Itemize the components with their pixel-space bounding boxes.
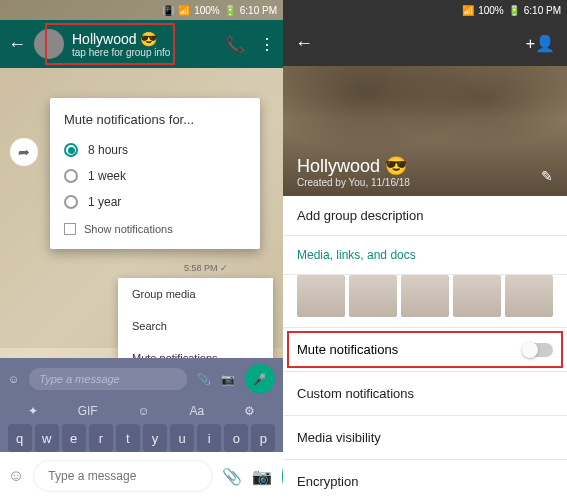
encryption-row[interactable]: Encryption (283, 460, 567, 500)
emoji-icon[interactable]: ☺ (8, 467, 24, 485)
group-cover: Hollywood 😎 Created by You, 11/16/18 ✎ (283, 66, 567, 196)
key-o[interactable]: o (224, 424, 248, 452)
radio-1year[interactable]: 1 year (64, 189, 246, 215)
key-p[interactable]: p (251, 424, 275, 452)
message-timestamp: 5:58 PM ✓ (184, 263, 228, 273)
mic-button[interactable]: 🎤 (245, 364, 275, 394)
radio-8hours[interactable]: 8 hours (64, 137, 246, 163)
status-bar: 📳 📶 100% 🔋 6:10 PM (0, 0, 283, 20)
emoji-picker-icon[interactable]: ☺ (8, 373, 19, 385)
media-thumbnails[interactable] (283, 275, 567, 328)
kb-tab-gif[interactable]: GIF (78, 404, 98, 418)
menu-group-media[interactable]: Group media (118, 278, 273, 310)
highlight-box (45, 23, 175, 65)
attach-icon[interactable]: 📎 (197, 373, 211, 386)
group-info-header: ← +👤 (283, 20, 567, 66)
show-notifications-checkbox[interactable]: Show notifications (64, 215, 246, 235)
key-q[interactable]: q (8, 424, 32, 452)
mute-toggle[interactable] (523, 343, 553, 357)
chat-body: ➦ Mute notifications for... 8 hours 1 we… (0, 68, 283, 348)
kb-tab-text[interactable]: Aa (190, 404, 205, 418)
key-y[interactable]: y (143, 424, 167, 452)
media-thumb[interactable] (297, 275, 345, 317)
mute-dialog: Mute notifications for... 8 hours 1 week… (50, 98, 260, 249)
media-section-label[interactable]: Media, links, and docs (283, 236, 567, 275)
battery-text: 100% (194, 5, 220, 16)
group-created: Created by You, 11/16/18 (297, 177, 553, 188)
message-composer: ☺ 📎 📷 🎤 (0, 452, 283, 500)
signal-icon: 📶 (178, 5, 190, 16)
battery-icon: 🔋 (224, 5, 236, 16)
message-input[interactable] (34, 461, 212, 491)
forward-button[interactable]: ➦ (10, 138, 38, 166)
back-icon[interactable]: ← (295, 33, 313, 54)
media-visibility-row[interactable]: Media visibility (283, 416, 567, 460)
dialog-title: Mute notifications for... (64, 112, 246, 127)
key-u[interactable]: u (170, 424, 194, 452)
signal-icon: 📶 (462, 5, 474, 16)
kb-settings-icon[interactable]: ⚙ (244, 404, 255, 418)
attach-icon[interactable]: 📎 (222, 467, 242, 486)
mute-notifications-row[interactable]: Mute notifications (283, 328, 567, 372)
radio-1week[interactable]: 1 week (64, 163, 246, 189)
camera-icon[interactable]: 📷 (252, 467, 272, 486)
key-i[interactable]: i (197, 424, 221, 452)
status-bar: 📶 100% 🔋 6:10 PM (283, 0, 567, 20)
more-icon[interactable]: ⋮ (259, 35, 275, 54)
media-thumb[interactable] (453, 275, 501, 317)
clock: 6:10 PM (524, 5, 561, 16)
group-name: Hollywood 😎 (297, 155, 553, 177)
key-w[interactable]: w (35, 424, 59, 452)
kb-tab-sticker[interactable]: ☺ (137, 404, 149, 418)
camera-icon[interactable]: 📷 (221, 373, 235, 386)
kb-input-preview: Type a message (29, 368, 187, 390)
key-r[interactable]: r (89, 424, 113, 452)
add-member-icon[interactable]: +👤 (526, 34, 555, 53)
add-description[interactable]: Add group description (283, 196, 567, 236)
chat-header[interactable]: ← Hollywood 😎 tap here for group info 📞 … (0, 20, 283, 68)
media-thumb[interactable] (401, 275, 449, 317)
battery-text: 100% (478, 5, 504, 16)
vibrate-icon: 📳 (162, 5, 174, 16)
key-e[interactable]: e (62, 424, 86, 452)
media-thumb[interactable] (349, 275, 397, 317)
key-t[interactable]: t (116, 424, 140, 452)
keyboard[interactable]: ☺ Type a message 📎 📷 🎤 ✦ GIF ☺ Aa ⚙ q w … (0, 358, 283, 452)
back-icon[interactable]: ← (8, 34, 26, 55)
menu-search[interactable]: Search (118, 310, 273, 342)
kb-tab-emoji[interactable]: ✦ (28, 404, 38, 418)
battery-icon: 🔋 (508, 5, 520, 16)
call-icon[interactable]: 📞 (225, 35, 245, 54)
custom-notifications-row[interactable]: Custom notifications (283, 372, 567, 416)
clock: 6:10 PM (240, 5, 277, 16)
media-thumb[interactable] (505, 275, 553, 317)
